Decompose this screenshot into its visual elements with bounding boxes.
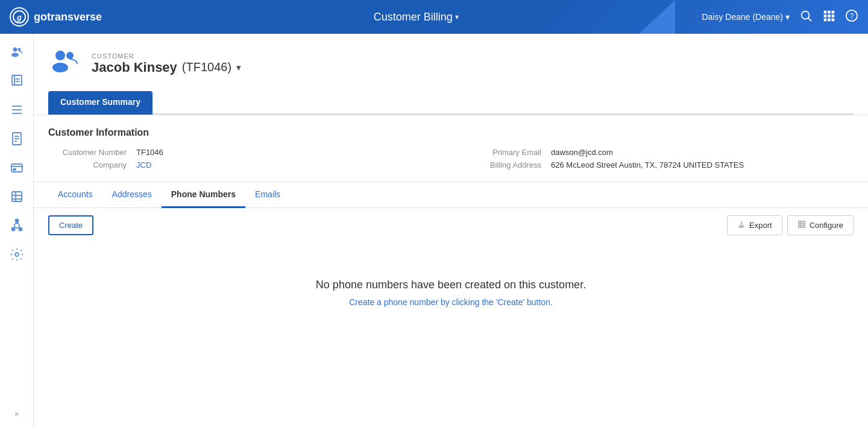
primary-email-row: Primary Email dawson@jcd.com xyxy=(463,148,854,157)
customer-information-section: Customer Information Customer Number TF1… xyxy=(34,115,868,182)
expand-icon: » xyxy=(14,410,19,418)
svg-point-43 xyxy=(52,63,68,72)
svg-rect-7 xyxy=(824,14,827,17)
action-bar: Create Export Configure xyxy=(34,208,868,242)
primary-email-label: Primary Email xyxy=(463,148,541,157)
tab-customer-summary[interactable]: Customer Summary xyxy=(48,91,153,115)
svg-point-36 xyxy=(14,223,19,228)
search-icon[interactable] xyxy=(799,9,813,25)
info-right: Primary Email dawson@jcd.com Billing Add… xyxy=(463,148,854,169)
svg-point-16 xyxy=(17,48,20,51)
customer-name-display: Jacob Kinsey (TF1046) ▾ xyxy=(92,60,241,75)
svg-rect-46 xyxy=(802,221,805,224)
sidebar-item-invoices[interactable] xyxy=(4,125,30,152)
company-row: Company JCD xyxy=(48,160,439,169)
sidebar-item-catalog[interactable] xyxy=(4,96,30,123)
help-icon[interactable]: ? xyxy=(845,9,858,25)
empty-state-subtitle: Create a phone number by clicking the 'C… xyxy=(48,297,854,307)
svg-text:g: g xyxy=(16,13,22,22)
svg-rect-32 xyxy=(12,192,22,201)
configure-icon xyxy=(797,220,806,230)
sidebar-item-settings[interactable] xyxy=(4,241,30,268)
top-tabs: Customer Summary xyxy=(48,91,854,115)
customer-id-text: (TF1046) xyxy=(182,60,231,74)
svg-rect-31 xyxy=(13,169,16,170)
svg-rect-29 xyxy=(11,164,22,172)
grid-icon[interactable] xyxy=(822,9,835,25)
sidebar-item-payments[interactable] xyxy=(4,154,30,181)
inner-tab-accounts-label: Accounts xyxy=(58,189,93,199)
svg-point-2 xyxy=(802,11,810,19)
billing-address-row: Billing Address 626 McLeod Street Austin… xyxy=(463,160,854,169)
customer-number-label: Customer Number xyxy=(48,148,127,157)
main-content: CUSTOMER Jacob Kinsey (TF1046) ▾ Custome… xyxy=(34,34,868,427)
export-button[interactable]: Export xyxy=(727,215,782,235)
svg-point-41 xyxy=(55,51,65,60)
topnav-center: Customer Billing ▾ xyxy=(130,11,702,24)
svg-point-17 xyxy=(11,53,19,57)
customer-info-header: CUSTOMER Jacob Kinsey (TF1046) ▾ xyxy=(92,52,241,75)
sidebar-item-customers[interactable] xyxy=(4,39,30,65)
sidebar: » xyxy=(0,34,34,427)
tab-customer-summary-label: Customer Summary xyxy=(60,97,140,107)
company-value[interactable]: JCD xyxy=(136,160,151,169)
customer-avatar-icon xyxy=(48,43,82,84)
svg-rect-11 xyxy=(828,18,831,21)
export-icon xyxy=(737,220,746,230)
configure-button-label: Configure xyxy=(810,221,843,230)
sidebar-item-design[interactable] xyxy=(4,212,30,239)
inner-tabs: Accounts Addresses Phone Numbers Emails xyxy=(48,182,854,207)
topnav-user[interactable]: Daisy Deane (Deane) ▾ xyxy=(702,12,790,22)
sidebar-item-orders[interactable] xyxy=(4,68,30,94)
customer-information-grid: Customer Number TF1046 Company JCD Prima… xyxy=(48,148,854,169)
svg-rect-48 xyxy=(802,225,805,227)
inner-tab-addresses[interactable]: Addresses xyxy=(102,182,162,208)
svg-point-15 xyxy=(13,48,17,52)
svg-rect-8 xyxy=(828,14,831,17)
svg-rect-12 xyxy=(832,18,835,21)
svg-rect-9 xyxy=(832,14,835,17)
svg-rect-45 xyxy=(798,221,800,224)
action-bar-left: Create xyxy=(48,215,93,235)
svg-text:?: ? xyxy=(850,11,854,20)
topnav-title[interactable]: Customer Billing ▾ xyxy=(374,11,459,24)
action-bar-right: Export Configure xyxy=(727,215,854,235)
sidebar-expand-button[interactable]: » xyxy=(4,405,30,422)
configure-button[interactable]: Configure xyxy=(787,215,854,235)
top-tabs-container: Customer Summary xyxy=(34,91,868,115)
primary-email-value: dawson@jcd.com xyxy=(551,148,613,157)
sidebar-item-ledger[interactable] xyxy=(4,183,30,210)
topnav-title-caret: ▾ xyxy=(455,13,459,21)
svg-point-38 xyxy=(19,228,22,231)
inner-tab-emails-label: Emails xyxy=(255,189,280,199)
brand-name: gotransverse xyxy=(34,11,102,24)
svg-rect-10 xyxy=(824,18,827,21)
svg-point-39 xyxy=(15,220,18,223)
brand-icon: g xyxy=(10,7,29,27)
svg-rect-47 xyxy=(798,225,800,227)
topnav-right: Daisy Deane (Deane) ▾ ? xyxy=(702,9,858,25)
info-left: Customer Number TF1046 Company JCD xyxy=(48,148,439,169)
svg-rect-4 xyxy=(824,10,827,13)
svg-rect-19 xyxy=(14,75,22,85)
inner-tab-accounts[interactable]: Accounts xyxy=(48,182,102,208)
topnav-username: Daisy Deane (Deane) xyxy=(702,12,783,22)
customer-name-text: Jacob Kinsey xyxy=(92,60,177,75)
inner-tab-phone-numbers-label: Phone Numbers xyxy=(171,189,236,199)
inner-tab-emails[interactable]: Emails xyxy=(245,182,290,208)
inner-tab-phone-numbers[interactable]: Phone Numbers xyxy=(162,182,245,208)
company-label: Company xyxy=(48,160,127,169)
svg-point-37 xyxy=(11,228,14,231)
main-layout: » CUSTOMER Jacob Kinsey (TF1046) ▾ xyxy=(0,34,868,427)
customer-type-label: CUSTOMER xyxy=(92,52,241,60)
empty-state: No phone numbers have been created on th… xyxy=(34,242,868,343)
empty-state-title: No phone numbers have been created on th… xyxy=(48,279,854,291)
customer-name-caret[interactable]: ▾ xyxy=(236,63,241,72)
create-button[interactable]: Create xyxy=(48,215,93,235)
svg-rect-6 xyxy=(832,10,835,13)
svg-point-40 xyxy=(15,253,19,256)
customer-information-title: Customer Information xyxy=(48,127,854,138)
inner-tab-addresses-label: Addresses xyxy=(112,189,152,199)
svg-line-3 xyxy=(808,18,811,21)
brand-logo[interactable]: g gotransverse xyxy=(10,7,130,27)
